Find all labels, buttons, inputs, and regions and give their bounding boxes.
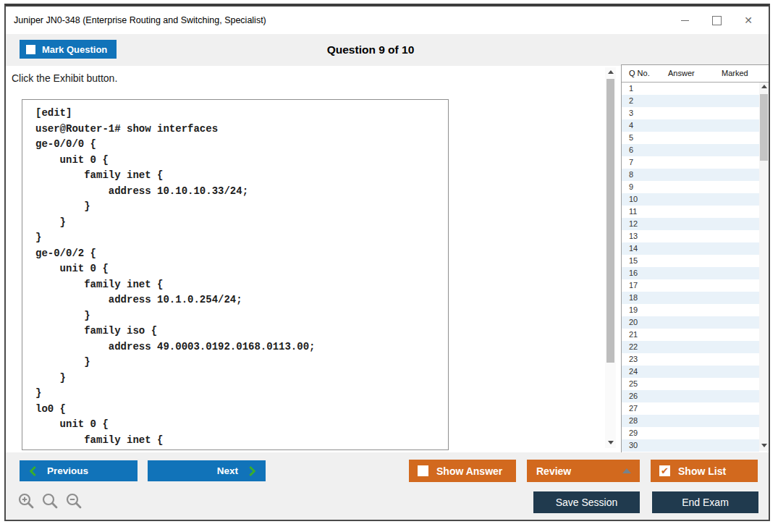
chevron-left-icon — [29, 465, 37, 477]
question-list-header: Q No. Answer Marked — [622, 65, 769, 83]
list-item[interactable]: 28 — [622, 415, 759, 427]
content-scrollbar[interactable] — [605, 67, 616, 448]
next-button[interactable]: Next — [148, 460, 266, 481]
column-header-qno: Q No. — [629, 69, 650, 77]
list-item[interactable]: 15 — [622, 255, 759, 267]
question-list-rows: 1234567891011121314151617181920212223242… — [622, 83, 759, 452]
list-item[interactable]: 10 — [622, 193, 759, 206]
footer-bar: Previous Next Show Answer Review ✔ Show … — [6, 452, 769, 520]
list-scrollbar-thumb[interactable] — [760, 94, 768, 161]
question-prompt: Click the Exhibit button. — [12, 72, 117, 84]
list-item[interactable]: 16 — [622, 267, 759, 279]
list-item[interactable]: 26 — [622, 390, 759, 402]
save-session-button[interactable]: Save Session — [533, 491, 640, 513]
list-item[interactable]: 4 — [622, 119, 759, 132]
review-label: Review — [536, 465, 622, 477]
list-item[interactable]: 21 — [622, 329, 759, 341]
show-answer-label: Show Answer — [436, 465, 502, 477]
app-window: Juniper JN0-348 (Enterprise Routing and … — [4, 4, 770, 521]
header-strip: Question 9 of 10 Mark Question — [6, 34, 769, 66]
window-controls: ✕ — [669, 7, 764, 34]
scrollbar-thumb[interactable] — [606, 79, 614, 363]
list-item[interactable]: 14 — [622, 242, 759, 255]
list-item[interactable]: 2 — [622, 95, 759, 107]
review-dropdown-button[interactable]: Review — [527, 460, 640, 482]
question-list-scrollbar[interactable] — [759, 83, 769, 451]
chevron-up-icon — [622, 468, 631, 473]
list-item[interactable]: 5 — [622, 132, 759, 144]
mark-question-checkbox[interactable] — [26, 45, 35, 54]
zoom-toolbar — [17, 492, 83, 510]
list-item[interactable]: 18 — [622, 292, 759, 304]
show-answer-checkbox[interactable] — [418, 465, 428, 476]
list-item[interactable]: 13 — [622, 230, 759, 242]
chevron-right-icon — [248, 465, 256, 477]
minimize-button[interactable] — [669, 7, 701, 34]
maximize-icon — [712, 16, 722, 25]
list-item[interactable]: 6 — [622, 144, 759, 156]
list-item[interactable]: 27 — [622, 402, 759, 415]
list-item[interactable]: 11 — [622, 206, 759, 218]
list-item[interactable]: 23 — [622, 353, 759, 366]
list-item[interactable]: 24 — [622, 366, 759, 378]
list-item[interactable]: 17 — [622, 279, 759, 292]
close-icon: ✕ — [744, 14, 753, 26]
list-item[interactable]: 19 — [622, 304, 759, 316]
exhibit-code: [edit] user@Router-1# show interfaces ge… — [22, 100, 448, 448]
minimize-icon — [681, 20, 689, 21]
column-header-marked: Marked — [722, 69, 748, 77]
window-title: Juniper JN0-348 (Enterprise Routing and … — [14, 7, 266, 34]
list-item[interactable]: 30 — [622, 439, 759, 452]
list-item[interactable]: 25 — [622, 378, 759, 390]
end-exam-label: End Exam — [682, 497, 729, 508]
maximize-button[interactable] — [701, 7, 732, 34]
zoom-in-icon[interactable] — [17, 492, 35, 510]
list-scroll-up-arrow-icon[interactable] — [759, 85, 769, 88]
show-list-checkbox[interactable]: ✔ — [659, 465, 670, 476]
zoom-reset-icon[interactable] — [41, 492, 59, 510]
show-answer-button[interactable]: Show Answer — [409, 460, 516, 482]
list-item[interactable]: 7 — [622, 156, 759, 169]
zoom-out-icon[interactable] — [65, 492, 83, 510]
list-item[interactable]: 8 — [622, 169, 759, 181]
mark-question-button[interactable]: Mark Question — [20, 40, 117, 59]
previous-button[interactable]: Previous — [20, 460, 138, 481]
save-session-label: Save Session — [556, 497, 618, 508]
close-button[interactable]: ✕ — [732, 7, 764, 34]
checkmark-icon: ✔ — [661, 465, 669, 476]
end-exam-button[interactable]: End Exam — [652, 491, 758, 513]
previous-label: Previous — [47, 465, 88, 476]
list-item[interactable]: 1 — [622, 83, 759, 95]
list-scroll-down-arrow-icon[interactable] — [759, 442, 769, 451]
list-item[interactable]: 22 — [622, 341, 759, 353]
column-header-answer: Answer — [668, 69, 695, 77]
mark-question-label: Mark Question — [42, 44, 107, 55]
exhibit-box: [edit] user@Router-1# show interfaces ge… — [22, 99, 449, 450]
list-item[interactable]: 20 — [622, 316, 759, 329]
list-item[interactable]: 3 — [622, 107, 759, 119]
list-item[interactable]: 12 — [622, 218, 759, 230]
list-item[interactable]: 9 — [622, 181, 759, 193]
next-label: Next — [217, 465, 238, 476]
list-item[interactable]: 29 — [622, 427, 759, 439]
question-list-panel: Q No. Answer Marked 12345678910111213141… — [621, 64, 769, 452]
show-list-button[interactable]: ✔ Show List — [651, 460, 758, 482]
title-bar: Juniper JN0-348 (Enterprise Routing and … — [6, 7, 769, 34]
scroll-up-arrow-icon[interactable] — [605, 70, 616, 74]
show-list-label: Show List — [678, 465, 726, 477]
scroll-down-arrow-icon[interactable] — [605, 438, 616, 448]
